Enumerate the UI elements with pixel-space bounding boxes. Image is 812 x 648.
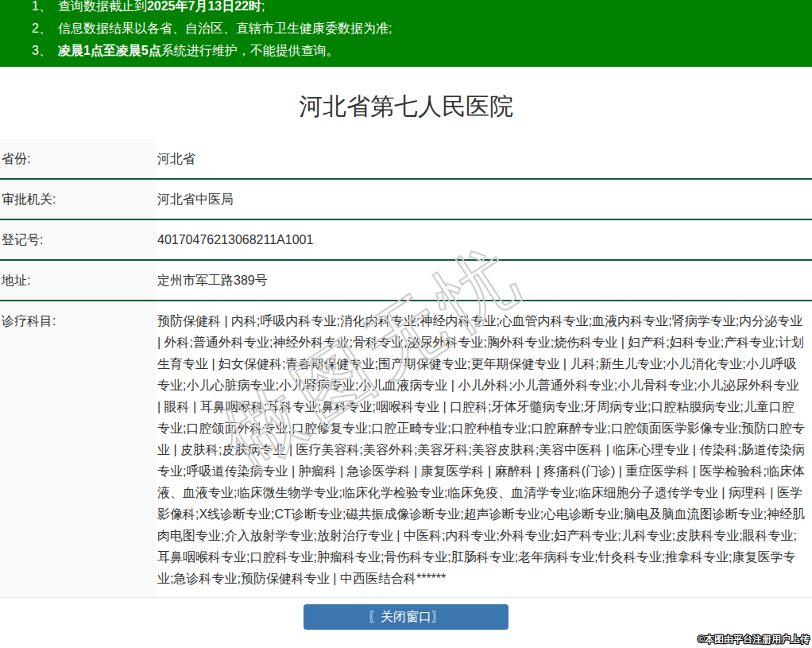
row-label-departments: 诊疗科目: [0,301,156,598]
table-row-departments: 诊疗科目: 预防保健科 | 内科;呼吸内科专业;消化内科专业;神经内科专业;心血… [0,301,812,598]
notice-item-number: 2、 [32,21,52,35]
page-title: 河北省第七人民医院 [0,91,812,123]
button-row: 〖关闭窗口〗 [0,604,812,630]
row-value-address: 定州市军工路389号 [156,260,812,301]
row-value-registration-number: 40170476213068211A1001 [156,219,812,260]
notice-item-number: 3、 [32,44,52,57]
notice-banner: 1、查询数据截止到2025年7月13日22时; 2、信息数据结果以各省、自治区、… [0,0,812,67]
table-row-address: 地址: 定州市军工路389号 [0,260,812,301]
notice-item-text: 信息数据结果以各省、自治区、直辖市卫生健康委数据为准; [58,21,392,35]
notice-item-bold-text: 2025年7月13日22时 [147,0,261,13]
attribution-text: ©本图由平台注册用户上传 [698,633,810,646]
row-label-registration-number: 登记号: [0,219,156,260]
row-value-departments: 预防保健科 | 内科;呼吸内科专业;消化内科专业;神经内科专业;心血管内科专业;… [156,301,812,598]
notice-item-bold-text: 凌晨1点至凌晨5点 [58,44,161,57]
table-row-approval-authority: 审批机关: 河北省中医局 [0,179,812,219]
notice-item-1: 1、查询数据截止到2025年7月13日22时; [32,0,812,17]
notice-item-text: ; [261,0,265,13]
table-row-province: 省份: 河北省 [0,139,812,179]
row-value-approval-authority: 河北省中医局 [156,179,812,219]
row-label-address: 地址: [0,260,156,301]
notice-item-2: 2、信息数据结果以各省、自治区、直辖市卫生健康委数据为准; [32,17,812,40]
row-label-province: 省份: [0,139,156,179]
row-label-approval-authority: 审批机关: [0,179,156,219]
table-row-registration-number: 登记号: 40170476213068211A1001 [0,219,812,260]
notice-list: 1、查询数据截止到2025年7月13日22时; 2、信息数据结果以各省、自治区、… [0,0,812,62]
notice-item-text: 系统进行维护，不能提供查询。 [161,44,339,57]
notice-item-number: 1、 [32,0,52,13]
row-value-province: 河北省 [156,139,812,179]
close-window-button[interactable]: 〖关闭窗口〗 [304,604,508,630]
hospital-info-table: 省份: 河北省 审批机关: 河北省中医局 登记号: 40170476213068… [0,139,812,598]
notice-item-text: 查询数据截止到 [58,0,147,13]
notice-item-3: 3、凌晨1点至凌晨5点系统进行维护，不能提供查询。 [32,40,812,62]
